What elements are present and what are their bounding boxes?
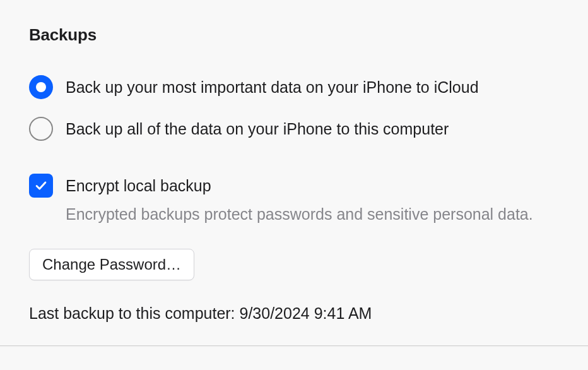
- backup-option-icloud-label: Back up your most important data on your…: [66, 78, 479, 97]
- radio-selected-icon: [29, 75, 53, 99]
- checkmark-icon: [34, 179, 48, 193]
- bottom-divider: [0, 345, 588, 346]
- encrypt-checkbox[interactable]: [29, 174, 53, 198]
- encrypt-sublabel: Encrypted backups protect passwords and …: [66, 204, 559, 225]
- radio-unselected-icon: [29, 117, 53, 141]
- backup-option-icloud[interactable]: Back up your most important data on your…: [29, 75, 559, 99]
- last-backup-text: Last backup to this computer: 9/30/2024 …: [29, 304, 559, 323]
- encrypt-label: Encrypt local backup: [66, 177, 211, 195]
- change-password-button[interactable]: Change Password…: [29, 249, 194, 280]
- backup-option-local-label: Back up all of the data on your iPhone t…: [66, 119, 449, 138]
- section-title: Backups: [29, 25, 559, 45]
- backup-option-local[interactable]: Back up all of the data on your iPhone t…: [29, 117, 559, 141]
